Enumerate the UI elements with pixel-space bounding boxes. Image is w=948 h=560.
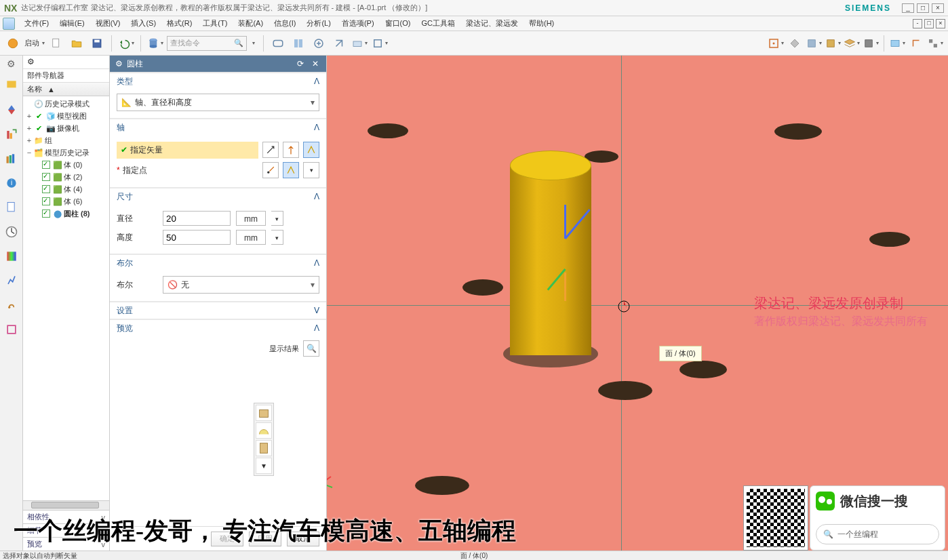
node-camera[interactable]: 摄像机 (57, 123, 79, 134)
tool-icon-1[interactable] (269, 35, 287, 52)
app-menu-icon[interactable] (3, 18, 15, 30)
menu-preferences[interactable]: 首选项(P) (336, 16, 380, 31)
section-bool-header[interactable]: 布尔ᐱ (110, 254, 326, 271)
node-group[interactable]: 组 (45, 136, 52, 146)
rail-icon-4[interactable] (3, 151, 20, 167)
mdi-minimize-button[interactable]: - (913, 19, 922, 28)
node-body-0[interactable]: 体 (0) (64, 160, 83, 170)
menu-format[interactable]: 格式(R) (161, 16, 197, 31)
rail-icon-11[interactable] (3, 321, 20, 338)
navigator-tree[interactable]: 🕘历史记录模式 +✔🧊模型视图 +✔📷摄像机 +📁组 −🗂️模型历史记录 🟩体 … (23, 96, 109, 500)
node-body-4[interactable]: 体 (4) (64, 184, 83, 195)
menu-edit[interactable]: 编辑(E) (54, 16, 90, 31)
vector-infer-icon[interactable] (283, 142, 299, 158)
cylinder-tool-button[interactable] (146, 35, 164, 52)
node-model-history[interactable]: 模型历史记录 (45, 148, 90, 158)
rail-icon-5[interactable]: i (3, 175, 20, 191)
height-input[interactable] (163, 230, 231, 245)
section-button[interactable] (862, 35, 880, 52)
menu-view[interactable]: 视图(V) (90, 16, 126, 31)
tool-icon-6[interactable] (371, 35, 389, 52)
point-infer-icon[interactable] (283, 162, 299, 178)
new-button[interactable] (47, 35, 65, 52)
edge-button[interactable] (907, 35, 925, 52)
section-type-header[interactable]: 类型ᐱ (110, 72, 326, 89)
tool-icon-3[interactable] (310, 35, 328, 52)
node-model-view[interactable]: 模型视图 (57, 111, 87, 121)
menu-insert[interactable]: 插入(S) (125, 16, 161, 31)
display-button[interactable] (888, 35, 906, 52)
command-search-input[interactable]: 查找命令 🔍 (167, 36, 247, 51)
dialog-gear-icon[interactable]: ⚙ (115, 59, 123, 68)
bool-combo[interactable]: 🚫 无 ▾ (163, 276, 319, 294)
block-icon[interactable] (256, 405, 272, 421)
wechat-search-input[interactable]: 🔍 一个丝编程 (816, 524, 939, 544)
node-cylinder-8[interactable]: 圆柱 (8) (64, 209, 90, 219)
shade-button[interactable] (786, 35, 804, 52)
section-settings-header[interactable]: 设置ᐯ (110, 301, 326, 319)
rail-icon-3[interactable] (3, 126, 20, 142)
rail-icon-9[interactable] (3, 273, 20, 289)
node-body-2[interactable]: 体 (2) (64, 172, 83, 182)
wireframe-button[interactable] (824, 35, 842, 52)
sweep-icon[interactable] (256, 422, 272, 439)
menu-gctoolbox[interactable]: GC工具箱 (416, 16, 460, 31)
rail-icon-6[interactable] (3, 199, 20, 216)
tool-icon-2[interactable] (290, 35, 307, 52)
diameter-dd[interactable]: ▾ (271, 211, 283, 226)
point-picker-icon[interactable] (262, 162, 279, 178)
diameter-input[interactable] (163, 211, 231, 226)
section-axis-header[interactable]: 轴ᐱ (110, 118, 326, 136)
render-style-button[interactable] (805, 35, 823, 52)
layer-button[interactable] (843, 35, 861, 52)
section-dim-header[interactable]: 尺寸ᐱ (110, 187, 326, 205)
undo-button[interactable] (117, 35, 135, 52)
maximize-button[interactable]: □ (917, 3, 929, 13)
graphics-viewport[interactable]: 面 / 体(0) 梁达记、梁远发原创录制 著作版权归梁达记、梁远发共同所有 (327, 56, 948, 551)
minimize-button[interactable]: _ (902, 3, 914, 13)
more-shape-icon[interactable]: ▾ (256, 458, 272, 474)
tool-icon-4[interactable] (330, 35, 348, 52)
navigator-gear-icon[interactable]: ⚙ (23, 56, 109, 69)
navigator-h-scrollbar[interactable] (23, 500, 109, 510)
vector-auto-icon[interactable] (303, 142, 319, 158)
rail-icon-8[interactable] (3, 248, 20, 264)
menu-file[interactable]: 文件(F) (19, 16, 54, 31)
dialog-close-icon[interactable]: ✕ (310, 58, 321, 69)
dialog-pin-icon[interactable]: ⟳ (295, 58, 306, 69)
mdi-close-button[interactable]: × (936, 19, 945, 28)
menu-window[interactable]: 窗口(O) (380, 16, 416, 31)
rail-icon-10[interactable] (3, 297, 20, 313)
settings-rail-icon[interactable]: ⚙ (7, 58, 16, 69)
vector-picker-icon[interactable] (262, 142, 279, 158)
menu-assembly[interactable]: 装配(A) (233, 16, 269, 31)
rail-icon-1[interactable] (3, 77, 20, 94)
type-combo[interactable]: 📐 轴、直径和高度 ▾ (117, 94, 319, 111)
specify-vector-row[interactable]: ✔指定矢量 (117, 142, 258, 159)
start-button[interactable] (4, 35, 22, 52)
open-button[interactable] (68, 35, 85, 52)
height-unit[interactable]: mm (236, 230, 266, 245)
save-button[interactable] (88, 35, 106, 52)
more-view-button[interactable] (926, 35, 944, 52)
section-preview-header[interactable]: 预览ᐱ (110, 319, 326, 336)
show-result-button[interactable]: 🔍 (303, 340, 319, 357)
rail-icon-7[interactable] (3, 224, 20, 240)
mdi-restore-button[interactable]: □ (924, 19, 934, 28)
node-history-mode[interactable]: 历史记录模式 (45, 99, 90, 109)
point-menu-icon[interactable]: ▾ (303, 162, 319, 178)
tool-icon-5[interactable] (351, 35, 368, 52)
rail-icon-2[interactable] (3, 102, 20, 118)
menu-help[interactable]: 帮助(H) (524, 16, 559, 31)
close-button[interactable]: × (932, 3, 944, 13)
start-label[interactable]: 启动 (24, 38, 39, 48)
menu-author[interactable]: 梁达记、梁远发 (460, 16, 524, 31)
menu-analyze[interactable]: 分析(L) (301, 16, 336, 31)
dialog-titlebar[interactable]: ⚙ 圆柱 ⟳ ✕ (110, 56, 326, 72)
diameter-unit[interactable]: mm (236, 211, 266, 226)
navigator-header[interactable]: 名称 ▲ (23, 83, 109, 96)
height-dd[interactable]: ▾ (271, 230, 283, 245)
extrude-icon[interactable] (256, 440, 272, 456)
menu-info[interactable]: 信息(I) (269, 16, 301, 31)
menu-tools[interactable]: 工具(T) (197, 16, 233, 31)
